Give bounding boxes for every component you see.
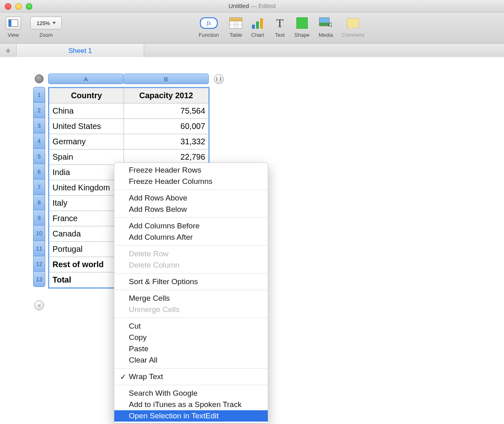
text-icon: T <box>276 16 284 30</box>
column-header-b[interactable]: B <box>123 74 209 84</box>
cell-country[interactable]: Italy <box>49 196 124 211</box>
cell-country[interactable]: France <box>49 211 124 226</box>
row-header[interactable]: 7 <box>33 179 45 195</box>
menu-separator <box>114 273 268 274</box>
menu-item[interactable]: Merge Cells <box>114 293 268 304</box>
cell-country[interactable]: United States <box>49 119 124 134</box>
menu-item[interactable]: Freeze Header Rows <box>114 165 268 176</box>
view-icon <box>8 19 18 27</box>
row-headers: 1 2 3 4 5 6 7 8 9 10 11 12 13 <box>33 87 45 287</box>
row-header[interactable]: 3 <box>33 118 45 133</box>
chart-button[interactable]: Chart <box>251 32 264 38</box>
menu-item: Unmerge Cells <box>114 304 268 315</box>
menu-item[interactable]: Paste <box>114 343 268 354</box>
spreadsheet-canvas[interactable]: ❙❙ = A B 1 2 3 4 5 6 7 8 9 10 11 12 13 C… <box>0 57 504 424</box>
menu-item[interactable]: Cut <box>114 321 268 332</box>
menu-item[interactable]: Add Rows Above <box>114 192 268 204</box>
menu-separator <box>114 318 268 318</box>
app-window: Untitled — Edited View 125% Zoom fx Func… <box>0 0 504 424</box>
add-column-handle[interactable]: ❙❙ <box>214 74 224 84</box>
shape-icon <box>296 17 308 29</box>
cell-country[interactable]: United Kingdom <box>49 180 124 196</box>
toolbar: View 125% Zoom fx Function Table Chart T… <box>0 13 504 44</box>
menu-item[interactable]: Add to iTunes as a Spoken Track <box>114 399 268 410</box>
media-button[interactable]: Media <box>319 32 333 38</box>
titlebar: Untitled — Edited <box>0 0 504 13</box>
row-header[interactable]: 6 <box>33 164 45 179</box>
menu-item[interactable]: Wrap Text <box>114 371 268 382</box>
header-country[interactable]: Country <box>49 88 124 103</box>
row-header[interactable]: 11 <box>33 240 45 256</box>
column-headers: A B <box>48 74 209 84</box>
header-capacity[interactable]: Capacity 2012 <box>124 88 209 103</box>
column-header-a[interactable]: A <box>48 74 124 84</box>
menu-item[interactable]: Sort & Filter Options <box>114 276 268 287</box>
zoom-label: Zoom <box>30 32 62 38</box>
menu-item[interactable]: Clear All <box>114 354 268 366</box>
menu-separator <box>114 368 268 369</box>
document-name: Untitled <box>229 2 249 9</box>
sheet-tab[interactable]: Sheet 1 <box>17 44 144 58</box>
cell-capacity[interactable]: 31,332 <box>124 134 209 150</box>
view-label: View <box>6 32 21 38</box>
menu-item[interactable]: Add Columns After <box>114 232 268 243</box>
cell-capacity[interactable]: 60,007 <box>124 119 209 134</box>
table-row[interactable]: United States60,007 <box>49 119 209 134</box>
row-header[interactable]: 1 <box>33 87 45 103</box>
chevron-down-icon <box>52 22 56 24</box>
document-status: — Edited <box>251 2 276 9</box>
menu-item[interactable]: Open Selection in TextEdit <box>114 410 268 422</box>
cell-country[interactable]: China <box>49 103 124 119</box>
function-icon: fx <box>200 17 218 29</box>
cell-country[interactable]: Portugal <box>49 242 124 257</box>
chart-icon <box>252 17 263 29</box>
table-icon <box>229 17 242 29</box>
row-header[interactable]: 8 <box>33 194 45 210</box>
row-header[interactable]: 10 <box>33 225 45 241</box>
table-row[interactable]: China75,564 <box>49 103 209 119</box>
table-button[interactable]: Table <box>229 32 242 38</box>
shape-button[interactable]: Shape <box>294 32 310 38</box>
table-select-handle[interactable] <box>35 74 44 83</box>
menu-item[interactable]: Copy <box>114 332 268 343</box>
menu-item: Delete Row <box>114 248 268 259</box>
text-button[interactable]: Text <box>275 32 285 38</box>
row-header[interactable]: 13 <box>33 271 45 287</box>
menu-item: Delete Column <box>114 259 268 271</box>
cell-country[interactable]: Spain <box>49 150 124 165</box>
cell-country[interactable]: Canada <box>49 226 124 242</box>
add-row-handle[interactable]: = <box>34 300 44 310</box>
zoom-value: 125% <box>36 20 50 26</box>
comment-icon <box>347 18 359 28</box>
menu-item[interactable]: Freeze Header Columns <box>114 176 268 187</box>
menu-separator <box>114 190 268 190</box>
menu-separator <box>114 245 268 246</box>
menu-item[interactable]: Search With Google <box>114 388 268 399</box>
menu-separator <box>114 217 268 218</box>
context-menu: Freeze Header RowsFreeze Header ColumnsA… <box>114 162 268 424</box>
zoom-dropdown[interactable]: 125% <box>30 17 62 30</box>
media-icon: ♫ <box>319 17 333 29</box>
comment-button[interactable]: Comment <box>342 32 364 38</box>
cell-country[interactable]: Rest of world <box>49 257 124 272</box>
function-button[interactable]: Function <box>199 32 219 38</box>
row-header[interactable]: 2 <box>33 102 45 118</box>
row-header[interactable]: 4 <box>33 133 45 149</box>
row-header[interactable]: 5 <box>33 148 45 164</box>
menu-separator <box>114 290 268 290</box>
window-title: Untitled — Edited <box>0 0 504 12</box>
row-header[interactable]: 9 <box>33 210 45 226</box>
cell-country[interactable]: Germany <box>49 134 124 150</box>
view-button[interactable] <box>6 17 21 30</box>
sheet-tabs-bar: + Sheet 1 <box>0 44 504 58</box>
row-header[interactable]: 12 <box>33 256 45 272</box>
cell-country[interactable]: Total <box>49 272 124 288</box>
cell-country[interactable]: India <box>49 165 124 180</box>
cell-capacity[interactable]: 75,564 <box>124 103 209 119</box>
menu-separator <box>114 385 268 385</box>
menu-item[interactable]: Add Rows Below <box>114 204 268 215</box>
add-sheet-button[interactable]: + <box>0 44 17 58</box>
table-row[interactable]: Germany31,332 <box>49 134 209 150</box>
menu-item[interactable]: Add Columns Before <box>114 220 268 232</box>
